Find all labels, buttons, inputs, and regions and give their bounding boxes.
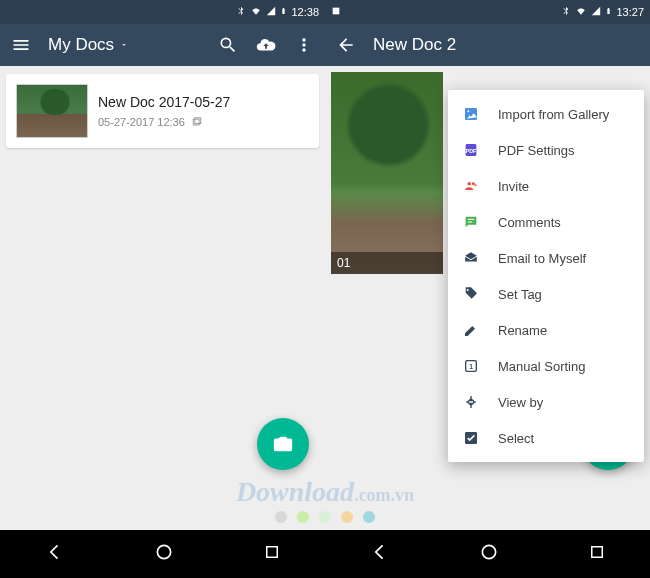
content-area: New Doc 2017-05-27 05-27-2017 12:36 — [0, 66, 325, 530]
dropdown-icon — [120, 41, 128, 49]
svg-rect-4 — [333, 8, 340, 15]
svg-point-11 — [467, 289, 469, 291]
menu-item-label: Comments — [498, 215, 561, 230]
nav-home[interactable] — [154, 542, 174, 566]
battery-icon — [280, 5, 287, 19]
doc-thumbnail — [16, 84, 88, 138]
menu-item-set-tag[interactable]: Set Tag — [448, 276, 644, 312]
cloud-icon[interactable] — [255, 34, 277, 56]
image-icon — [462, 105, 480, 123]
svg-rect-16 — [591, 547, 602, 558]
pages-icon — [191, 117, 203, 127]
menu-item-label: View by — [498, 395, 543, 410]
pdf-icon: PDF — [462, 141, 480, 159]
content-area: 01 Import from GalleryPDFPDF SettingsInv… — [325, 66, 650, 530]
group-icon — [462, 177, 480, 195]
menu-item-pdf-settings[interactable]: PDFPDF Settings — [448, 132, 644, 168]
menu-item-manual-sorting[interactable]: 1Manual Sorting — [448, 348, 644, 384]
appbar-title[interactable]: My Docs — [48, 35, 128, 55]
menu-item-select[interactable]: Select — [448, 420, 644, 456]
doc-row[interactable]: New Doc 2017-05-27 05-27-2017 12:36 — [6, 74, 319, 148]
appbar-title[interactable]: New Doc 2 — [373, 35, 456, 55]
svg-point-10 — [472, 182, 475, 185]
svg-rect-5 — [465, 108, 477, 120]
svg-point-9 — [468, 182, 472, 186]
menu-item-label: Email to Myself — [498, 251, 586, 266]
menu-item-email-to-myself[interactable]: Email to Myself — [448, 240, 644, 276]
app-bar: My Docs — [0, 24, 325, 66]
pager-dot[interactable] — [297, 511, 309, 523]
pager-dots — [275, 511, 375, 523]
menu-item-label: Rename — [498, 323, 547, 338]
menu-item-import-from-gallery[interactable]: Import from Gallery — [448, 96, 644, 132]
tag-icon — [462, 285, 480, 303]
nav-bar — [0, 530, 325, 578]
doc-name: New Doc 2017-05-27 — [98, 94, 230, 110]
bluetooth-icon — [561, 6, 571, 18]
svg-rect-3 — [266, 547, 277, 558]
notification-icon — [331, 6, 341, 18]
signal-icon — [591, 6, 601, 18]
pager-dot[interactable] — [275, 511, 287, 523]
menu-item-label: Import from Gallery — [498, 107, 609, 122]
phone-right: 13:27 New Doc 2 01 Import from GalleryPD… — [325, 0, 650, 578]
wifi-icon — [575, 6, 587, 18]
page-thumbnail[interactable]: 01 — [331, 72, 443, 274]
svg-point-6 — [467, 110, 469, 112]
app-bar: New Doc 2 — [325, 24, 650, 66]
email-icon — [462, 249, 480, 267]
page-number: 01 — [331, 252, 443, 274]
pager-dot[interactable] — [319, 511, 331, 523]
sorting-icon: 1 — [462, 357, 480, 375]
search-icon[interactable] — [217, 34, 239, 56]
doc-info: New Doc 2017-05-27 05-27-2017 12:36 — [98, 94, 230, 128]
status-bar: 13:27 — [325, 0, 650, 24]
battery-icon — [605, 5, 612, 19]
camera-fab[interactable] — [257, 418, 309, 470]
phone-left: 12:38 My Docs New Doc 2017-05-27 05-27-2… — [0, 0, 325, 578]
menu-item-label: Select — [498, 431, 534, 446]
svg-point-15 — [482, 545, 495, 558]
svg-text:PDF: PDF — [466, 148, 477, 154]
viewby-icon — [462, 393, 480, 411]
overflow-menu: Import from GalleryPDFPDF SettingsInvite… — [448, 90, 644, 462]
pager-dot[interactable] — [363, 511, 375, 523]
menu-item-rename[interactable]: Rename — [448, 312, 644, 348]
status-bar: 12:38 — [0, 0, 325, 24]
nav-back[interactable] — [370, 542, 390, 566]
checkbox-icon — [462, 429, 480, 447]
nav-back[interactable] — [45, 542, 65, 566]
hamburger-icon[interactable] — [10, 34, 32, 56]
chat-icon — [462, 213, 480, 231]
menu-item-label: Set Tag — [498, 287, 542, 302]
nav-recent[interactable] — [588, 543, 606, 565]
menu-item-comments[interactable]: Comments — [448, 204, 644, 240]
doc-meta: 05-27-2017 12:36 — [98, 116, 230, 128]
menu-item-label: Invite — [498, 179, 529, 194]
signal-icon — [266, 6, 276, 18]
nav-recent[interactable] — [263, 543, 281, 565]
nav-home[interactable] — [479, 542, 499, 566]
wifi-icon — [250, 6, 262, 18]
menu-item-invite[interactable]: Invite — [448, 168, 644, 204]
pager-dot[interactable] — [341, 511, 353, 523]
menu-item-label: Manual Sorting — [498, 359, 585, 374]
svg-text:1: 1 — [469, 363, 473, 370]
pencil-icon — [462, 321, 480, 339]
more-icon[interactable] — [293, 34, 315, 56]
bluetooth-icon — [236, 6, 246, 18]
nav-bar — [325, 530, 650, 578]
menu-item-view-by[interactable]: View by — [448, 384, 644, 420]
menu-item-label: PDF Settings — [498, 143, 575, 158]
svg-point-2 — [157, 545, 170, 558]
status-time: 13:27 — [616, 6, 644, 18]
back-arrow-icon[interactable] — [335, 34, 357, 56]
status-time: 12:38 — [291, 6, 319, 18]
